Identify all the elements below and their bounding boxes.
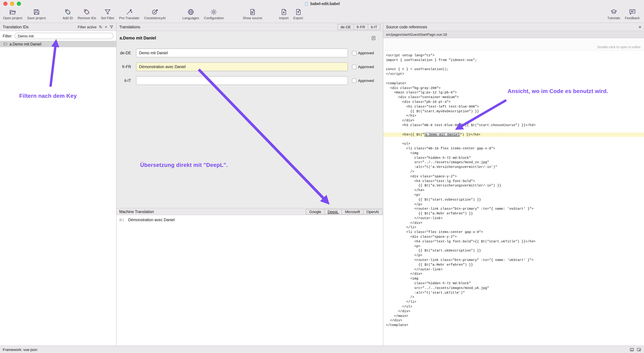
- approved-checkbox-it-IT[interactable]: [352, 78, 356, 83]
- approved-checkbox-fr-FR[interactable]: [352, 65, 356, 69]
- code-line: <h1 class="text-left text-blue-900">: [383, 105, 644, 109]
- highlighted-translation-key[interactable]: a.Demo mit Daniel: [424, 132, 460, 137]
- consistency-ai-icon: [151, 9, 158, 16]
- code-line: <ul>: [383, 142, 644, 146]
- code-line: />: [383, 295, 644, 300]
- toolbar-button-show-source[interactable]: Show source: [240, 8, 264, 20]
- translation-input-it-IT[interactable]: [136, 76, 348, 85]
- import-icon: [280, 9, 287, 16]
- code-line: [383, 63, 644, 67]
- toolbar-button-configuration[interactable]: Configuration: [202, 8, 226, 20]
- open-in-editor-hint: Double-click to open in editor: [597, 45, 641, 49]
- code-line: [383, 137, 644, 142]
- mt-engine-openai[interactable]: OpenAI: [363, 209, 382, 214]
- code-line: </router-link>: [383, 216, 644, 221]
- code-line: :alt="t('a.Versicherungsvermittler/-in')…: [383, 165, 644, 170]
- code-line: <li class="flex items-center gap-x-8">: [383, 230, 644, 235]
- languages-icon: [187, 9, 194, 16]
- toolbar-button-remove-ids[interactable]: Remove IDs: [75, 8, 98, 20]
- toolbar-button-tutorials[interactable]: Tutorials: [605, 8, 622, 20]
- approved-label: Approved: [358, 51, 374, 55]
- code-line: </router-link>: [383, 267, 644, 272]
- filter-input[interactable]: [14, 33, 114, 39]
- code-line: <div class="container-medium">: [383, 95, 644, 100]
- mt-result-row[interactable]: ⌘1 Démonstration avec Daniel: [119, 218, 380, 222]
- filter-label: Filter:: [3, 34, 12, 38]
- mt-engine-deepl[interactable]: DeepL: [324, 209, 342, 214]
- clear-filter-icon[interactable]: ×: [105, 25, 107, 29]
- comment-note-icon[interactable]: [371, 36, 376, 41]
- code-line: import { useTranslation } from "i18next-…: [383, 58, 644, 63]
- translations-title: Translations: [119, 25, 140, 29]
- mt-engine-google[interactable]: Google: [306, 209, 324, 214]
- code-line: <template>: [383, 81, 644, 86]
- code-line: {{ $t("a.Versicherungsvermittler/-in") }…: [383, 184, 644, 188]
- toolbar-button-pre-translate[interactable]: Pre-Translate: [117, 8, 142, 20]
- code-line: {{ $t("start.ukDescription") }}: [383, 249, 644, 253]
- translation-input-fr-FR[interactable]: [136, 62, 348, 71]
- refresh-filter-icon[interactable]: ↻: [99, 25, 102, 29]
- toolbar-button-languages[interactable]: Languages: [180, 8, 202, 20]
- language-label: it-IT: [120, 79, 131, 83]
- code-line: {{ $t("a.Mehr erfahren") }}: [383, 211, 644, 216]
- toolbar-button-import[interactable]: Import: [277, 8, 291, 20]
- comment-bubble-icon: [3, 42, 8, 46]
- code-line: </div>: [383, 318, 644, 323]
- code-line: <h4>{{ $t("a.Demo mit Daniel") }}</h4>: [383, 132, 644, 137]
- code-line: <img: [383, 151, 644, 156]
- code-line: <h3 class="mb-8 text-blue-900">{{ $t("st…: [383, 123, 644, 128]
- code-line: </div>: [383, 118, 644, 123]
- approved-checkbox-de-DE[interactable]: [352, 51, 356, 55]
- toolbar-button-open-project[interactable]: Open project: [1, 8, 25, 20]
- document-proxy-icon: [304, 2, 308, 6]
- translation-input-de-DE[interactable]: [136, 49, 348, 57]
- window-title: babel-edit.babel: [0, 0, 644, 8]
- translation-row-it-IT: it-IT Approved: [120, 76, 380, 85]
- code-line: <router-link class="btn-primary" :to="{ …: [383, 207, 644, 212]
- filter-funnel-icon[interactable]: [110, 25, 114, 29]
- show-source-icon: [249, 9, 256, 16]
- main-area: Translation IDs Filter active ↻ × Filter…: [0, 23, 644, 345]
- open-project-icon: [9, 9, 16, 16]
- translations-panel: Translations de-DE fr-FR it-IT a.Demo mi…: [116, 23, 383, 345]
- close-panel-icon[interactable]: ×: [638, 25, 641, 29]
- code-line: <li class="mb-16 flex items-center gap-x…: [383, 146, 644, 151]
- remove-ids-icon: [83, 9, 90, 16]
- code-line: <div class="space-y-2">: [383, 235, 644, 239]
- translation-row-de-DE: de-DE Approved: [120, 49, 380, 57]
- language-tab-de-DE[interactable]: de-DE: [338, 24, 354, 30]
- toolbar-button-set-filter[interactable]: Set Filter: [98, 8, 117, 20]
- deepl-annotation: Übersetzung direkt mit "DeepL".: [140, 162, 228, 168]
- language-tab-it-IT[interactable]: it-IT: [368, 24, 380, 30]
- language-tab-fr-FR[interactable]: fr-FR: [354, 24, 368, 30]
- code-line: <h4 class="text-lg font-bold">{{ $t("sta…: [383, 239, 644, 244]
- code-line: />: [383, 170, 644, 174]
- code-view: <script setup lang="ts">import { useTran…: [383, 51, 644, 345]
- toolbar-button-add-id[interactable]: Add ID: [60, 8, 75, 20]
- toolbar-button-feedback[interactable]: Feedback: [622, 8, 642, 20]
- machine-translation-header: Machine Translation Google DeepL Microso…: [116, 208, 383, 215]
- screen-icon[interactable]: [636, 347, 641, 352]
- toolbar-button-save-project[interactable]: Save project: [25, 8, 48, 20]
- language-label: fr-FR: [120, 65, 131, 69]
- code-line: </template>: [383, 323, 644, 328]
- mt-engine-microsoft[interactable]: Microsoft: [342, 209, 363, 214]
- code-line: <img: [383, 277, 644, 281]
- code-line: <p>: [383, 244, 644, 249]
- keyboard-layout-icon[interactable]: [630, 347, 634, 352]
- source-code-title: Source code references: [386, 25, 427, 29]
- toolbar-button-consistencyai[interactable]: ConsistencyAI: [142, 8, 168, 20]
- toolbar: Open projectSave projectAdd IDRemove IDs…: [0, 8, 644, 23]
- code-line: const { t } = useTranslation();: [383, 67, 644, 72]
- source-file-reference[interactable]: src/pages/start/GuestStartPage.vue:18: [383, 31, 644, 38]
- code-line: </ul>: [383, 304, 644, 309]
- toolbar-button-export[interactable]: Export: [291, 8, 306, 20]
- translation-ids-panel: Translation IDs Filter active ↻ × Filter…: [0, 23, 116, 345]
- code-line: <div class="space-y-2">: [383, 174, 644, 179]
- window-title-text: babel-edit.babel: [310, 2, 340, 6]
- translation-id-label: a.Demo mit Daniel: [10, 42, 41, 46]
- translation-id-item[interactable]: a.Demo mit Daniel: [0, 41, 116, 47]
- code-line: </p>: [383, 202, 644, 207]
- filter-annotation: Filtern nach dem Key: [19, 93, 77, 99]
- filter-row: Filter:: [0, 31, 116, 41]
